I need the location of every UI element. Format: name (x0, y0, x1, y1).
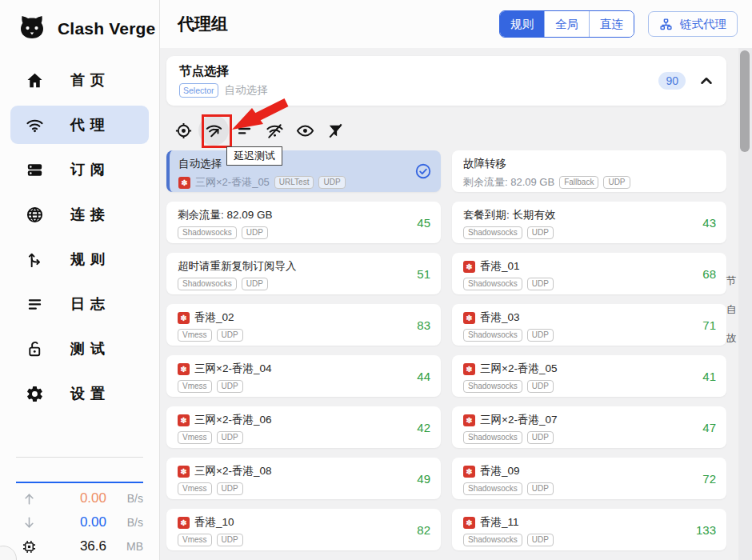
sort-button[interactable] (229, 115, 259, 146)
protocol-chip: UDP (318, 176, 345, 189)
content-area: 节点选择 Selector 自动选择 90 自动选择✽三网×2-香港_05URL… (160, 48, 752, 560)
mode-rule-button[interactable]: 规则 (500, 11, 545, 37)
node-title: ✽三网×2-香港_06 (178, 413, 406, 427)
hk-flag-icon: ✽ (178, 517, 190, 529)
mode-global-button[interactable]: 全局 (545, 11, 590, 37)
proxy-node-card[interactable]: ✽香港_01ShadowsocksUDP68 (452, 253, 726, 294)
protocol-chip: UDP (217, 431, 243, 444)
delay-value: 45 (417, 216, 430, 230)
group-index-rail[interactable]: 节自故 (724, 274, 738, 345)
sidebar-nav: 首页代理订阅连接规则日志测试设置 (0, 61, 159, 413)
proxy-node-card[interactable]: ✽三网×2-香港_06VmessUDP42 (166, 406, 441, 448)
protocol-chip: UDP (603, 176, 630, 189)
traffic-value: 36.6 (37, 538, 110, 554)
protocol-chip: Shadowsocks (463, 278, 522, 290)
group-right: 90 (658, 72, 715, 90)
protocol-chip: UDP (527, 431, 554, 444)
node-subline: ShadowsocksUDP (463, 278, 691, 290)
node-title: 套餐到期: 长期有效 (463, 208, 691, 222)
hk-flag-icon: ✽ (463, 312, 475, 324)
app-title: Clash Verge (58, 19, 155, 38)
proxy-node-card[interactable]: ✽香港_02VmessUDP83 (166, 304, 441, 346)
protocol-chip: Shadowsocks (463, 329, 522, 342)
node-title: ✽香港_11 (463, 515, 691, 530)
hk-flag-icon: ✽ (178, 177, 190, 189)
proxy-node-card[interactable]: ✽三网×2-香港_05ShadowsocksUDP41 (452, 355, 726, 397)
node-title: 故障转移 (463, 157, 691, 171)
protocol-chip: URLTest (274, 176, 314, 189)
scrollbar-thumb[interactable] (740, 50, 750, 152)
node-subline: VmessUDP (178, 534, 406, 546)
proxy-node-card[interactable]: 自动选择✽三网×2-香港_05URLTestUDP (166, 150, 441, 192)
node-title: ✽三网×2-香港_08 (178, 464, 406, 478)
proxy-node-card[interactable]: 套餐到期: 长期有效ShadowsocksUDP43 (452, 202, 726, 243)
node-subline: ✽三网×2-香港_05URLTestUDP (178, 175, 406, 190)
proxy-node-card[interactable]: 故障转移剩余流量: 82.09 GBFallbackUDP (452, 150, 726, 192)
scrollbar-track[interactable] (738, 48, 752, 560)
tooltip-delay-test: 延迟测试 (226, 146, 282, 166)
proxy-node-card[interactable]: ✽香港_11ShadowsocksUDP133 (452, 509, 726, 550)
filter-off-icon (326, 122, 345, 140)
home-icon (26, 71, 44, 90)
sidebar-item-rules[interactable]: 规则 (10, 240, 149, 278)
sidebar-item-logs[interactable]: 日志 (10, 285, 149, 323)
sidebar-item-label: 订阅 (70, 160, 110, 179)
sidebar-item-settings[interactable]: 设置 (10, 374, 149, 413)
protocol-chip: UDP (242, 226, 268, 239)
sidebar-item-label: 日志 (70, 294, 110, 314)
proxy-node-card[interactable]: 超时请重新复制订阅导入ShadowsocksUDP51 (166, 253, 441, 294)
sidebar-item-profiles[interactable]: 订阅 (10, 150, 149, 189)
proxy-node-card[interactable]: ✽香港_10VmessUDP82 (166, 509, 441, 550)
sidebar-item-connections[interactable]: 连接 (10, 195, 149, 234)
traffic-stat-download: 0.00B/s (0, 510, 159, 534)
proxy-node-card[interactable]: 剩余流量: 82.09 GBShadowsocksUDP45 (166, 202, 441, 243)
sidebar-item-label: 规则 (70, 250, 110, 269)
proxy-node-card[interactable]: ✽香港_09ShadowsocksUDP72 (452, 458, 726, 499)
node-title: ✽三网×2-香港_05 (463, 362, 691, 376)
locate-icon (174, 122, 193, 140)
proxy-node-card[interactable]: ✽三网×2-香港_04VmessUDP44 (166, 355, 441, 397)
wifi-off-icon (266, 122, 284, 140)
visibility-button[interactable] (290, 115, 320, 146)
group-index-label: 自 (726, 303, 737, 316)
protocol-chip: Vmess (178, 431, 212, 444)
page-header: 代理组 规则全局直连 链式代理 (160, 0, 752, 48)
wifi-icon (26, 116, 44, 134)
chevron-up-icon[interactable] (698, 72, 715, 90)
arrow-down-icon (22, 515, 37, 530)
delay-test-icon (205, 122, 223, 140)
sidebar: Clash Verge 首页代理订阅连接规则日志测试设置 0.00B/s0.00… (0, 0, 160, 560)
subscription-icon (26, 161, 44, 179)
chain-proxy-button[interactable]: 链式代理 (648, 11, 738, 37)
protocol-chip: UDP (242, 278, 268, 290)
hide-unavailable-button[interactable] (259, 115, 290, 146)
traffic-value: 0.00 (37, 490, 110, 506)
sidebar-item-test[interactable]: 测试 (10, 330, 149, 368)
sidebar-item-home[interactable]: 首页 (10, 61, 149, 99)
node-title: ✽香港_02 (178, 310, 406, 325)
protocol-chip: Vmess (178, 329, 212, 342)
delay-value: 51 (417, 267, 430, 281)
hk-flag-icon: ✽ (178, 363, 190, 375)
node-count-badge: 90 (658, 72, 686, 90)
proxy-node-card[interactable]: ✽三网×2-香港_08VmessUDP49 (166, 458, 441, 499)
group-current-node: 自动选择 (225, 83, 268, 98)
delay-value: 42 (417, 421, 430, 434)
globe-icon (26, 206, 44, 224)
node-title: ✽三网×2-香港_07 (463, 413, 691, 427)
node-subline: ShadowsocksUDP (178, 226, 406, 239)
sidebar-item-proxy[interactable]: 代理 (10, 106, 149, 144)
node-title: 超时请重新复制订阅导入 (178, 259, 406, 274)
delay-test-button[interactable] (198, 115, 229, 146)
proxy-node-card[interactable]: ✽香港_03ShadowsocksUDP71 (452, 304, 726, 346)
filter-off-button[interactable] (320, 115, 350, 146)
hk-flag-icon: ✽ (178, 414, 190, 426)
node-subline: VmessUDP (178, 482, 406, 495)
proxy-group-card[interactable]: 节点选择 Selector 自动选择 90 (166, 56, 726, 106)
locate-current-node-button[interactable] (168, 115, 198, 146)
mode-direct-button[interactable]: 直连 (590, 11, 634, 37)
proxy-node-grid: 自动选择✽三网×2-香港_05URLTestUDP故障转移剩余流量: 82.09… (166, 150, 726, 550)
node-subline: VmessUDP (178, 431, 406, 444)
proxy-node-card[interactable]: ✽三网×2-香港_07ShadowsocksUDP47 (452, 406, 726, 448)
node-subline: ShadowsocksUDP (463, 226, 691, 239)
